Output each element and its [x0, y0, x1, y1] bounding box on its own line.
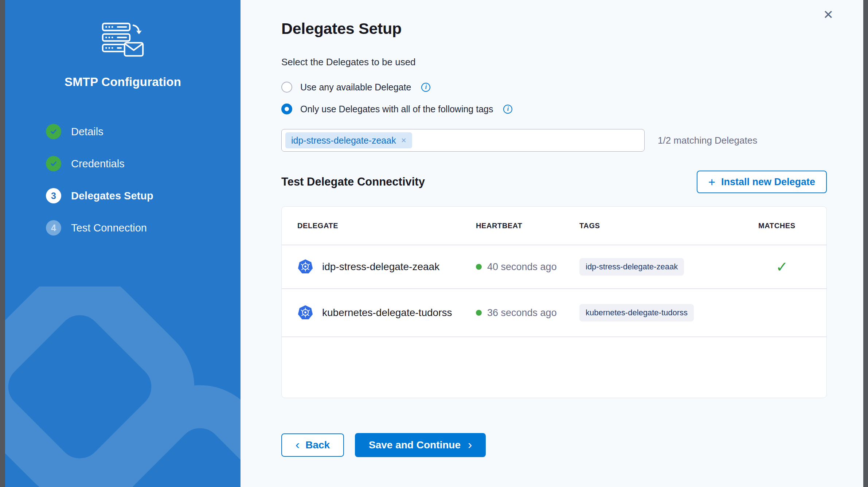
column-header-heartbeat: HEARTBEAT — [476, 222, 579, 230]
column-header-matches: MATCHES — [758, 222, 826, 230]
step-done-check-icon — [46, 124, 61, 139]
step-label: Delegates Setup — [71, 190, 153, 202]
info-icon[interactable]: i — [421, 83, 430, 92]
step-details[interactable]: Details — [46, 124, 241, 139]
column-header-tags: TAGS — [579, 222, 758, 230]
table-header-row: DELEGATE HEARTBEAT TAGS MATCHES — [282, 207, 826, 245]
save-and-continue-button[interactable]: Save and Continue › — [355, 433, 486, 457]
back-button[interactable]: ‹ Back — [281, 433, 344, 457]
screen-edge-right — [863, 0, 868, 487]
delegate-tag-badge: idp-stress-delegate-zeaak — [579, 258, 684, 276]
tags-text-input[interactable] — [416, 133, 641, 148]
tag-filter-row: idp-stress-delegate-zeaak × 1/2 matching… — [281, 129, 827, 152]
delegate-tag-badge: kubernetes-delegate-tudorss — [579, 304, 694, 322]
wizard-footer: ‹ Back Save and Continue › — [281, 433, 827, 457]
connectivity-title: Test Delegate Connectivity — [281, 175, 425, 188]
wizard-title: SMTP Configuration — [64, 75, 181, 89]
tag-chip: idp-stress-delegate-zeaak × — [285, 132, 412, 148]
matching-delegates-count: 1/2 matching Delegates — [658, 135, 757, 146]
matches-check-icon: ✓ — [776, 260, 826, 274]
select-delegates-subtitle: Select the Delegates to be used — [281, 57, 827, 68]
back-button-label: Back — [305, 439, 330, 451]
install-new-delegate-button[interactable]: + Install new Delegate — [697, 171, 827, 193]
kubernetes-icon — [297, 259, 313, 275]
radio-delegates-with-tags[interactable]: Only use Delegates with all of the follo… — [281, 104, 827, 114]
radio-selected-icon[interactable] — [281, 104, 292, 114]
table-row[interactable]: idp-stress-delegate-zeaak 40 seconds ago… — [282, 245, 826, 289]
radio-label: Only use Delegates with all of the follo… — [300, 104, 493, 114]
table-row[interactable]: kubernetes-delegate-tudorss 36 seconds a… — [282, 289, 826, 337]
heartbeat-status-dot — [476, 264, 482, 270]
delegates-table-card: DELEGATE HEARTBEAT TAGS MATCHES — [281, 206, 827, 398]
delegate-name: idp-stress-delegate-zeaak — [322, 261, 439, 273]
step-test-connection[interactable]: 4 Test Connection — [46, 220, 241, 235]
radio-any-delegate[interactable]: Use any available Delegate i — [281, 82, 827, 93]
step-number-badge: 4 — [46, 220, 61, 235]
delegate-selection-radio-group: Use any available Delegate i Only use De… — [281, 82, 827, 114]
step-delegates-setup[interactable]: 3 Delegates Setup — [46, 188, 241, 203]
radio-unselected-icon[interactable] — [281, 82, 292, 93]
wizard-brand: SMTP Configuration — [5, 0, 241, 89]
connectivity-header-row: Test Delegate Connectivity + Install new… — [281, 171, 827, 193]
step-credentials[interactable]: Credentials — [46, 156, 241, 171]
step-done-check-icon — [46, 156, 61, 171]
delegate-name: kubernetes-delegate-tudorss — [322, 307, 452, 319]
chevron-left-icon: ‹ — [296, 438, 300, 451]
delegate-tags-input[interactable]: idp-stress-delegate-zeaak × — [281, 129, 645, 152]
remove-tag-icon[interactable]: × — [401, 135, 406, 145]
column-header-delegate: DELEGATE — [297, 222, 476, 230]
harness-logo-watermark — [5, 287, 241, 487]
smtp-servers-mail-icon — [100, 23, 146, 58]
install-button-label: Install new Delegate — [721, 176, 815, 188]
close-icon[interactable]: ✕ — [820, 6, 837, 23]
screen-edge-left — [0, 0, 5, 487]
heartbeat-status-dot — [476, 310, 482, 316]
radio-label: Use any available Delegate — [300, 82, 411, 93]
heartbeat-text: 40 seconds ago — [487, 261, 557, 273]
step-label: Credentials — [71, 158, 125, 170]
step-label: Details — [71, 126, 103, 138]
heartbeat-text: 36 seconds ago — [487, 307, 557, 319]
save-button-label: Save and Continue — [369, 439, 461, 451]
tag-chip-label: idp-stress-delegate-zeaak — [291, 135, 396, 146]
wizard-sidebar: SMTP Configuration Details Credentials 3 — [5, 0, 241, 487]
info-icon[interactable]: i — [503, 105, 512, 114]
page-title: Delegates Setup — [281, 0, 827, 38]
step-label: Test Connection — [71, 222, 147, 234]
wizard-steps: Details Credentials 3 Delegates Setup 4 … — [5, 124, 241, 235]
kubernetes-icon — [297, 305, 313, 321]
smtp-configuration-modal: SMTP Configuration Details Credentials 3 — [0, 0, 868, 487]
plus-icon: + — [708, 176, 715, 188]
step-number-badge: 3 — [46, 188, 61, 203]
delegates-setup-panel: ✕ Delegates Setup Select the Delegates t… — [241, 0, 863, 487]
chevron-right-icon: › — [468, 438, 472, 451]
